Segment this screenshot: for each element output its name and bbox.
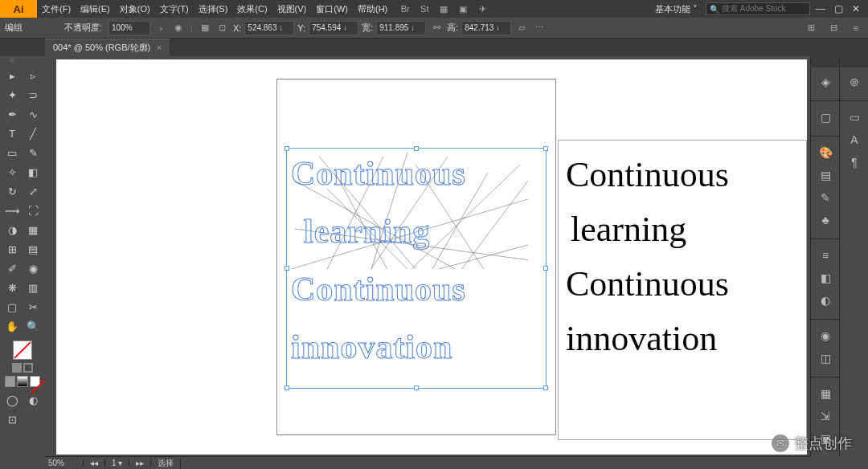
panel-menu-icon[interactable]: ≡	[849, 21, 863, 35]
menu-object[interactable]: 对象(O)	[115, 3, 155, 15]
document-tab[interactable]: 004* @ 50% (RGB/轮廓) ×	[45, 39, 170, 56]
asset-export-icon[interactable]: ⇲	[811, 405, 840, 427]
draw-normal-icon[interactable]: ◯	[2, 390, 23, 410]
opacity-input[interactable]: 100%	[108, 21, 150, 35]
selection-tool[interactable]: ▸	[2, 66, 23, 85]
color-mode[interactable]	[5, 376, 15, 387]
swap-fill-icon[interactable]	[12, 363, 22, 373]
perspective-tool[interactable]: ▦	[23, 220, 43, 239]
slice-tool[interactable]: ✂	[23, 297, 43, 316]
curvature-tool[interactable]: ∿	[23, 104, 43, 124]
none-mode[interactable]	[30, 376, 40, 387]
handle-s[interactable]	[414, 385, 419, 390]
symbol-sprayer-tool[interactable]: ❋	[2, 278, 23, 297]
nav-next-icon[interactable]: ▸▸	[129, 459, 151, 467]
blend-tool[interactable]: ◉	[23, 259, 43, 278]
gradient-tool[interactable]: ▤	[23, 239, 43, 259]
transparency-icon[interactable]: ◐	[811, 289, 840, 312]
scale-tool[interactable]: ⤢	[23, 181, 43, 201]
handle-ne[interactable]	[543, 146, 548, 151]
workspace-selector[interactable]: 基本功能 ˅	[650, 2, 702, 17]
arrange-icon[interactable]: ▦	[437, 2, 450, 15]
para-icon[interactable]: ¶	[840, 151, 868, 173]
magic-wand-tool[interactable]: ✦	[2, 85, 23, 104]
screen-mode-icon[interactable]: ⊡	[2, 410, 23, 429]
fill-stroke-swatch[interactable]	[2, 336, 43, 390]
gradient-panel-icon[interactable]: ◧	[811, 267, 840, 289]
swatches-icon[interactable]: ▤	[811, 164, 840, 186]
zoom-level[interactable]: 50%	[45, 459, 84, 467]
outline-text-2[interactable]: learning	[304, 212, 430, 251]
gpu-icon[interactable]: ▣	[457, 2, 469, 15]
artboard-tool[interactable]: ▢	[2, 297, 23, 316]
libraries-icon[interactable]: ▢	[811, 106, 840, 128]
search-input[interactable]: 🔍 搜索 Adobe Stock	[706, 2, 810, 15]
layers2-icon[interactable]: ▦	[811, 382, 840, 405]
style-icon[interactable]: ◉	[171, 21, 186, 35]
menu-view[interactable]: 视图(V)	[272, 3, 312, 15]
zoom-tool[interactable]: 🔍	[23, 316, 43, 336]
eraser-tool[interactable]: ◧	[23, 162, 43, 181]
maximize-icon[interactable]: ▢	[831, 3, 845, 14]
nav-artboard[interactable]: 1 ▾	[105, 459, 129, 467]
appearance-icon[interactable]: ◉	[811, 324, 840, 347]
send-icon[interactable]: ✈	[476, 2, 489, 15]
stock-icon[interactable]: St	[418, 2, 431, 15]
link-wh-icon[interactable]: ⚯	[429, 21, 444, 35]
menu-help[interactable]: 帮助(H)	[353, 3, 392, 15]
more-icon[interactable]: ⋯	[532, 21, 547, 35]
handle-e[interactable]	[543, 266, 548, 271]
transform-panel-icon[interactable]: ⊟	[826, 21, 841, 35]
layers-icon[interactable]: ◈	[811, 71, 840, 93]
menu-file[interactable]: 文件(F)	[37, 3, 76, 15]
graphic-styles-icon[interactable]: ◫	[811, 347, 840, 369]
w-input[interactable]: 911.895 ↓	[376, 21, 426, 35]
text-line-1[interactable]: Continuous	[566, 148, 729, 202]
stroke-panel-icon[interactable]: ≡	[811, 244, 840, 267]
rotate-tool[interactable]: ↻	[2, 181, 23, 201]
menu-select[interactable]: 选择(S)	[194, 3, 233, 15]
cc-libraries-icon[interactable]: ⊚	[840, 71, 868, 93]
outline-text-1[interactable]: Continuous	[291, 154, 466, 193]
shape-icon[interactable]: ▱	[514, 21, 529, 35]
nav-prev-icon[interactable]: ◂◂	[84, 459, 105, 467]
rectangle-tool[interactable]: ▭	[2, 143, 23, 162]
handle-sw[interactable]	[285, 385, 289, 390]
handle-se[interactable]	[543, 385, 548, 390]
direct-selection-tool[interactable]: ▹	[23, 66, 43, 85]
symbols-icon[interactable]: ♣	[811, 209, 840, 231]
line-tool[interactable]: ╱	[23, 124, 43, 143]
canvas[interactable]: Continuous learning Continuous innovatio…	[56, 59, 807, 455]
y-input[interactable]: 754.594 ↓	[309, 21, 358, 35]
x-input[interactable]: 524.863 ↓	[244, 21, 294, 35]
lasso-tool[interactable]: ⊃	[23, 85, 43, 104]
text-line-4[interactable]: innovation	[566, 312, 717, 366]
graph-tool[interactable]: ▥	[23, 278, 43, 297]
text-line-2[interactable]: learning	[571, 202, 686, 257]
width-tool[interactable]: ⟿	[2, 201, 23, 220]
color-panel-icon[interactable]: 🎨	[811, 141, 840, 164]
pen-tool[interactable]: ✒	[2, 104, 23, 124]
hand-tool[interactable]: ✋	[2, 316, 23, 336]
type-tool[interactable]: T	[2, 124, 23, 143]
menu-edit[interactable]: 编辑(E)	[76, 3, 115, 15]
bridge-icon[interactable]: Br	[399, 2, 411, 15]
char-icon[interactable]: A	[840, 128, 868, 151]
properties-icon[interactable]: ▭	[840, 106, 868, 128]
outline-text-3[interactable]: Continuous	[291, 270, 466, 308]
tab-close-icon[interactable]: ×	[157, 43, 162, 52]
default-fill-icon[interactable]	[23, 363, 33, 373]
transform-icon[interactable]: ⊡	[215, 21, 230, 35]
reference-point-icon[interactable]: ▦	[198, 21, 212, 35]
outline-text-4[interactable]: innovation	[291, 328, 452, 366]
menu-effect[interactable]: 效果(C)	[232, 3, 272, 15]
menu-window[interactable]: 窗口(W)	[311, 3, 353, 15]
panel-grip-icon[interactable]: ⠿	[2, 56, 23, 66]
paintbrush-tool[interactable]: ✎	[23, 143, 43, 162]
align-icon[interactable]: ⊞	[804, 21, 818, 35]
opacity-chevron-icon[interactable]: ›	[154, 21, 168, 35]
draw-behind-icon[interactable]: ◐	[23, 390, 43, 410]
text-line-3[interactable]: Continuous	[566, 257, 729, 312]
menu-type[interactable]: 文字(T)	[155, 3, 194, 15]
shaper-tool[interactable]: ✧	[2, 162, 23, 181]
